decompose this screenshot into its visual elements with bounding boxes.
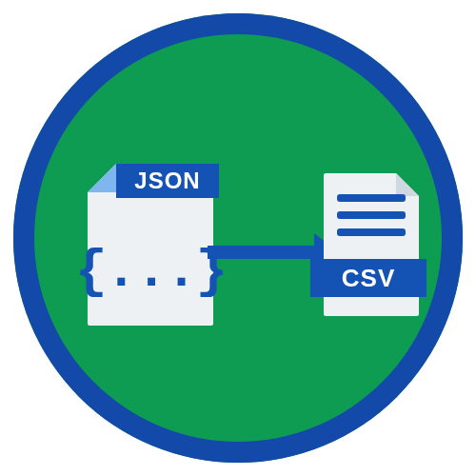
json-file-icon: JSON {...} <box>88 164 213 326</box>
json-format-label: JSON <box>116 164 219 198</box>
badge-content: JSON {...} CSV <box>13 13 463 463</box>
json-braces-icon: {...} <box>88 216 213 326</box>
csv-file-icon: CSV <box>324 173 419 316</box>
csv-format-label: CSV <box>310 259 426 297</box>
arrow-right-icon <box>208 246 318 259</box>
json-fold-icon <box>88 164 116 192</box>
csv-lines-icon <box>337 194 406 246</box>
circular-badge: JSON {...} CSV <box>13 13 463 463</box>
diagram-stage: JSON {...} CSV <box>0 0 476 476</box>
csv-fold-icon <box>396 173 419 196</box>
